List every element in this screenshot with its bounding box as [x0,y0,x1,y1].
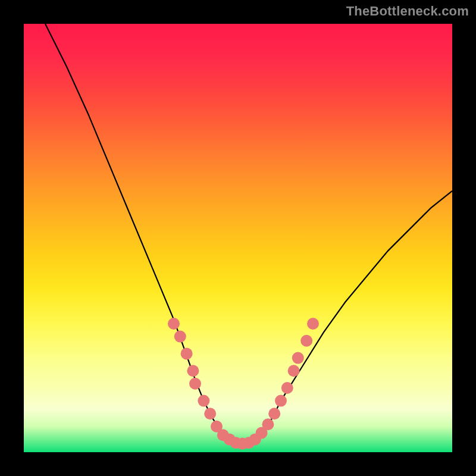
highlight-point [300,335,312,347]
highlight-point [189,378,201,390]
bottleneck-curve [45,24,452,444]
highlight-point [181,347,193,359]
highlight-point [275,395,287,407]
highlight-point [262,418,274,430]
highlight-point [268,408,280,419]
chart-svg [0,0,476,476]
highlight-point [288,365,300,377]
highlight-point [168,318,180,330]
curve-layer [45,24,452,444]
highlight-point [204,408,216,419]
highlight-point [187,365,199,377]
highlight-point [307,318,319,330]
highlight-point [281,382,293,394]
markers-layer [168,318,319,450]
highlight-point [292,352,304,364]
highlight-point [174,331,186,343]
highlight-point [198,395,209,407]
